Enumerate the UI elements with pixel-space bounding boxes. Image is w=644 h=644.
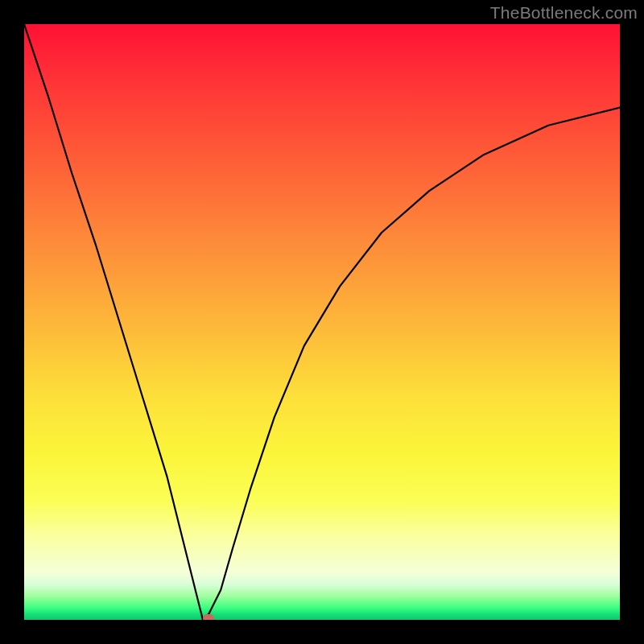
- watermark-text: TheBottleneck.com: [490, 3, 638, 23]
- bottleneck-curve: [24, 24, 620, 620]
- curve-svg: [24, 24, 620, 620]
- chart-frame: TheBottleneck.com: [0, 0, 644, 644]
- minimum-marker: [203, 614, 214, 620]
- plot-area: [24, 24, 620, 620]
